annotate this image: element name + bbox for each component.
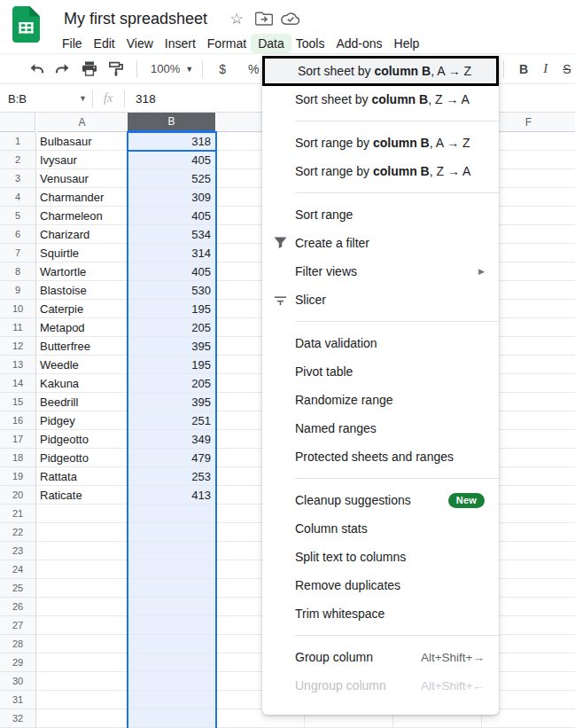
cell-A25[interactable] xyxy=(36,579,128,598)
row-header-8[interactable]: 8 xyxy=(0,262,36,281)
cell-B30[interactable] xyxy=(128,672,216,691)
row-header-26[interactable]: 26 xyxy=(0,598,36,616)
row-header-3[interactable]: 3 xyxy=(0,169,36,188)
menu-item-remove-duplicates[interactable]: Remove duplicates xyxy=(262,571,499,599)
cell-B27[interactable] xyxy=(128,616,216,635)
zoom-select[interactable]: 100%▼ xyxy=(151,62,193,75)
cell-A20[interactable]: Raticate xyxy=(36,486,128,505)
cell-B14[interactable]: 205 xyxy=(128,374,216,393)
cell-A30[interactable] xyxy=(36,672,128,691)
cell-A19[interactable]: Rattata xyxy=(36,467,128,486)
menu-edit[interactable]: Edit xyxy=(94,34,115,53)
cell-B22[interactable] xyxy=(128,523,216,542)
cell-B20[interactable]: 413 xyxy=(128,486,216,505)
cell-B6[interactable]: 534 xyxy=(128,225,216,244)
row-header-2[interactable]: 2 xyxy=(0,151,36,169)
row-header-14[interactable]: 14 xyxy=(0,374,36,393)
menu-item-column-stats[interactable]: Column stats xyxy=(262,514,499,543)
row-header-7[interactable]: 7 xyxy=(0,244,36,262)
cell-B13[interactable]: 195 xyxy=(128,356,216,374)
row-header-6[interactable]: 6 xyxy=(0,225,36,244)
row-header-15[interactable]: 15 xyxy=(0,393,36,411)
cell-A28[interactable] xyxy=(36,635,128,654)
cell-A22[interactable] xyxy=(36,523,128,542)
cell-B23[interactable] xyxy=(128,542,216,560)
cell-A8[interactable]: Wartortle xyxy=(36,262,128,281)
menu-data[interactable]: Data xyxy=(251,34,291,53)
row-header-30[interactable]: 30 xyxy=(0,672,36,691)
row-header-9[interactable]: 9 xyxy=(0,281,36,300)
name-box[interactable]: B:B ▼ xyxy=(0,85,92,112)
paint-format-button[interactable] xyxy=(106,59,126,79)
menu-item-sort-range[interactable]: Sort range xyxy=(262,200,499,229)
star-icon[interactable]: ☆ xyxy=(227,9,246,28)
menu-item-sort-sheet-by-column-b-z-a[interactable]: Sort sheet by column B, Z → A xyxy=(262,85,499,114)
cell-B10[interactable]: 195 xyxy=(128,300,216,318)
row-header-5[interactable]: 5 xyxy=(0,207,36,225)
menu-file[interactable]: File xyxy=(62,34,82,53)
italic-button[interactable]: I xyxy=(543,61,548,76)
row-header-23[interactable]: 23 xyxy=(0,542,36,560)
row-header-20[interactable]: 20 xyxy=(0,486,36,505)
row-header-1[interactable]: 1 xyxy=(0,132,36,151)
cell-B4[interactable]: 309 xyxy=(128,188,216,207)
menu-item-data-validation[interactable]: Data validation xyxy=(262,329,499,357)
cell-A1[interactable]: Bulbasaur xyxy=(36,132,128,151)
cell-B24[interactable] xyxy=(128,560,216,579)
cell-B5[interactable]: 405 xyxy=(128,207,216,225)
move-to-folder-icon[interactable] xyxy=(254,9,274,28)
row-header-32[interactable]: 32 xyxy=(0,709,36,728)
cell-B1[interactable]: 318 xyxy=(128,132,216,151)
cell-A10[interactable]: Caterpie xyxy=(36,300,128,318)
row-header-21[interactable]: 21 xyxy=(0,505,36,523)
cell-B21[interactable] xyxy=(128,505,216,523)
cell-B17[interactable]: 349 xyxy=(128,430,216,449)
menu-item-create-a-filter[interactable]: Create a filter xyxy=(262,229,499,257)
row-header-19[interactable]: 19 xyxy=(0,467,36,486)
row-header-28[interactable]: 28 xyxy=(0,635,36,654)
cell-B26[interactable] xyxy=(128,598,216,616)
cell-A18[interactable]: Pidgeotto xyxy=(36,449,128,467)
cell-B9[interactable]: 530 xyxy=(128,281,216,300)
cell-A15[interactable]: Beedrill xyxy=(36,393,128,411)
cell-B32[interactable] xyxy=(128,709,216,728)
row-header-4[interactable]: 4 xyxy=(0,188,36,207)
menu-format[interactable]: Format xyxy=(207,34,246,53)
cell-B7[interactable]: 314 xyxy=(128,244,216,262)
row-header-24[interactable]: 24 xyxy=(0,560,36,579)
cell-A11[interactable]: Metapod xyxy=(36,318,128,337)
row-header-13[interactable]: 13 xyxy=(0,356,36,374)
row-header-16[interactable]: 16 xyxy=(0,411,36,430)
cell-A9[interactable]: Blastoise xyxy=(36,281,128,300)
document-title[interactable]: My first spreadsheet xyxy=(64,10,207,28)
menu-item-sort-range-by-column-b-a-z[interactable]: Sort range by column B, A → Z xyxy=(262,129,499,157)
print-button[interactable] xyxy=(80,59,99,79)
format-percent-button[interactable]: % xyxy=(244,59,263,79)
row-header-29[interactable]: 29 xyxy=(0,654,36,672)
menu-tools[interactable]: Tools xyxy=(296,34,325,53)
format-currency-button[interactable]: $ xyxy=(213,59,232,79)
cell-B19[interactable]: 253 xyxy=(128,467,216,486)
cell-A16[interactable]: Pidgey xyxy=(36,411,128,430)
menu-item-group-column[interactable]: Group columnAlt+Shift+→ xyxy=(262,643,499,671)
menu-insert[interactable]: Insert xyxy=(165,34,196,53)
row-header-22[interactable]: 22 xyxy=(0,523,36,542)
cloud-saved-icon[interactable] xyxy=(281,9,300,28)
menu-item-sort-range-by-column-b-z-a[interactable]: Sort range by column B, Z → A xyxy=(262,157,499,185)
column-header-b[interactable]: B xyxy=(128,113,215,132)
cell-B31[interactable] xyxy=(128,691,216,709)
cell-B16[interactable]: 251 xyxy=(128,411,216,430)
cell-A31[interactable] xyxy=(36,691,128,709)
row-header-11[interactable]: 11 xyxy=(0,318,36,337)
cell-B15[interactable]: 395 xyxy=(128,393,216,411)
cell-B11[interactable]: 205 xyxy=(128,318,216,337)
menu-item-pivot-table[interactable]: Pivot table xyxy=(262,357,499,386)
menu-view[interactable]: View xyxy=(127,34,153,53)
row-header-17[interactable]: 17 xyxy=(0,430,36,449)
menu-item-filter-views[interactable]: Filter views▶ xyxy=(262,257,499,286)
menu-item-randomize-range[interactable]: Randomize range xyxy=(262,386,499,414)
menu-item-trim-whitespace[interactable]: Trim whitespace xyxy=(262,599,499,628)
row-header-12[interactable]: 12 xyxy=(0,337,36,356)
cell-A23[interactable] xyxy=(36,542,128,560)
cell-A32[interactable] xyxy=(36,709,128,728)
